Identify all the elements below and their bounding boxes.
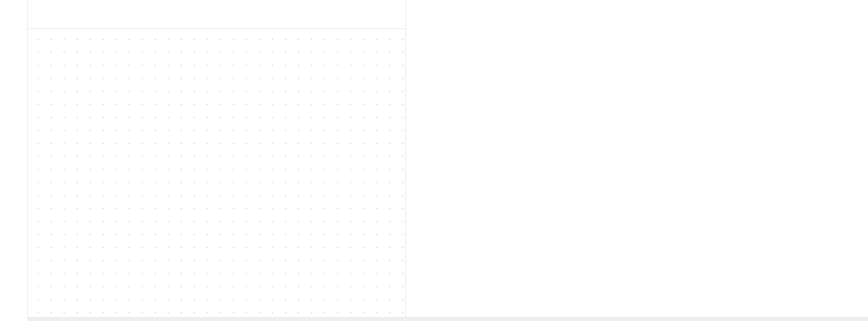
dependency-graph-canvas[interactable] [28, 29, 405, 318]
activity-sidebar [0, 0, 28, 321]
footer-strip [28, 317, 868, 321]
dependencies-panel [28, 0, 406, 321]
dependencies-panel-header [28, 0, 405, 29]
notebook-area [407, 0, 868, 321]
close-icon[interactable] [378, 7, 392, 21]
